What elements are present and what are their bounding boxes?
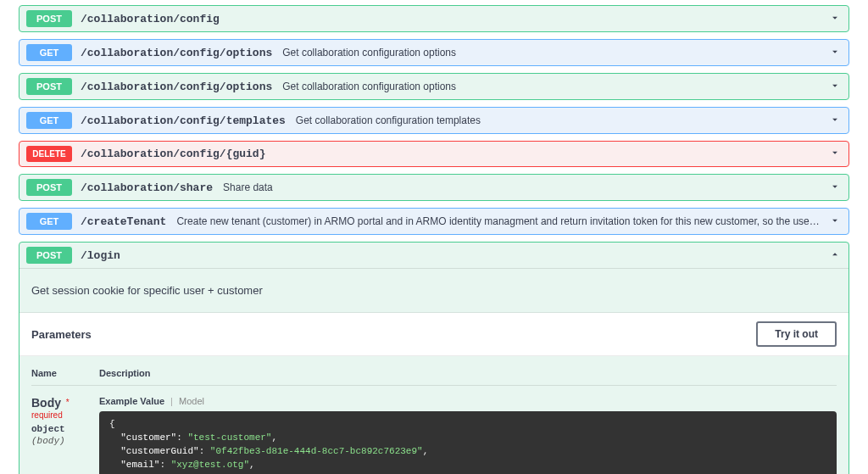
method-badge: GET [26, 44, 72, 61]
endpoint-summary[interactable]: POST/collaboration/config [19, 6, 849, 31]
method-badge: POST [26, 78, 72, 95]
endpoint-path: /collaboration/config/templates [81, 114, 286, 127]
endpoint-path: /collaboration/config/options [81, 81, 272, 93]
endpoint-row: GET/collaboration/config/templatesGet co… [19, 107, 849, 134]
endpoint-description: Get session cookie for specific user + c… [19, 269, 849, 313]
chevron-down-icon [828, 80, 842, 94]
endpoint-desc: Get collaboration configuration options [282, 47, 821, 59]
endpoint-login: POST /login Get session cookie for speci… [19, 242, 849, 474]
chevron-down-icon [828, 114, 842, 128]
endpoint-row: GET/collaboration/config/optionsGet coll… [19, 39, 849, 66]
chevron-down-icon [828, 46, 842, 60]
endpoint-desc: Get collaboration configuration options [282, 81, 821, 92]
endpoint-path: /login [81, 249, 120, 262]
endpoint-summary[interactable]: POST /login [19, 243, 849, 269]
endpoint-desc: Create new tenant (customer) in ARMO por… [176, 215, 821, 227]
example-tabs: Example Value | Model [99, 396, 837, 406]
method-badge: POST [26, 247, 72, 264]
endpoint-summary[interactable]: GET/collaboration/config/optionsGet coll… [19, 40, 849, 65]
endpoint-row: POST/collaboration/shareShare data [19, 174, 849, 201]
endpoint-summary[interactable]: POST/collaboration/config/optionsGet col… [19, 74, 849, 99]
endpoint-row: GET/createTenantCreate new tenant (custo… [19, 208, 849, 235]
param-in: (body) [31, 436, 99, 446]
chevron-down-icon [828, 181, 842, 195]
endpoint-desc: Share data [223, 181, 821, 193]
method-badge: POST [26, 179, 72, 196]
tab-example-value[interactable]: Example Value [99, 396, 164, 406]
chevron-down-icon [828, 12, 842, 26]
endpoint-summary[interactable]: DELETE/collaboration/config/{guid} [19, 142, 849, 166]
endpoint-summary[interactable]: POST/collaboration/shareShare data [19, 175, 849, 200]
chevron-up-icon [828, 248, 842, 263]
method-badge: GET [26, 112, 72, 129]
endpoint-path: /collaboration/config/{guid} [81, 148, 265, 160]
endpoint-desc: Get collaboration configuration template… [296, 114, 821, 126]
endpoint-summary[interactable]: GET/collaboration/config/templatesGet co… [19, 108, 849, 133]
parameters-section: Name Description Body * required object … [19, 356, 849, 474]
tab-model[interactable]: Model [179, 396, 204, 406]
parameter-row: Body * required object (body) Example Va… [31, 396, 837, 474]
endpoint-summary[interactable]: GET/createTenantCreate new tenant (custo… [19, 209, 849, 234]
try-it-out-button[interactable]: Try it out [756, 321, 837, 347]
parameters-title: Parameters [31, 328, 92, 341]
endpoint-path: /collaboration/share [81, 181, 213, 194]
endpoint-path: /collaboration/config/options [81, 47, 272, 59]
endpoint-row: DELETE/collaboration/config/{guid} [19, 141, 849, 167]
param-type: object [31, 424, 99, 434]
parameters-bar: Parameters Try it out [19, 313, 849, 356]
endpoint-row: POST/collaboration/config/optionsGet col… [19, 73, 849, 100]
chevron-down-icon [828, 215, 842, 229]
method-badge: POST [26, 10, 72, 27]
column-header-description: Description [99, 368, 837, 378]
endpoint-row: POST/collaboration/config [19, 5, 849, 32]
example-code-block[interactable]: { "customer": "test-customer", "customer… [99, 411, 837, 474]
endpoint-path: /collaboration/config [81, 13, 220, 25]
method-badge: DELETE [26, 146, 72, 162]
param-name: Body [31, 396, 61, 410]
endpoint-path: /createTenant [81, 215, 166, 228]
method-badge: GET [26, 213, 72, 230]
column-header-name: Name [31, 368, 99, 378]
chevron-down-icon [828, 147, 842, 161]
